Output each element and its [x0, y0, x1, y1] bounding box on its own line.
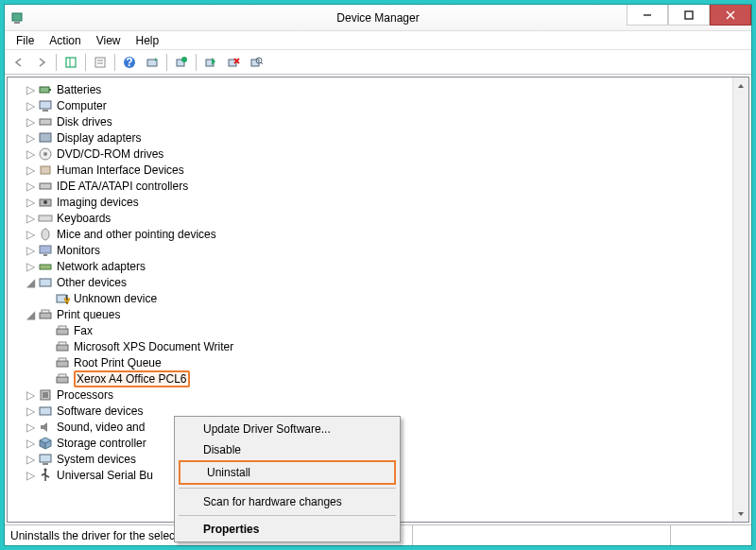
uninstall-button[interactable] [223, 52, 244, 73]
tree-node-root-print[interactable]: Root Print Queue [42, 354, 745, 370]
software-icon [38, 404, 53, 419]
expand-icon[interactable]: ▷ [25, 454, 36, 465]
scan-hardware-button[interactable] [246, 52, 266, 73]
forward-button[interactable] [31, 52, 52, 73]
other-icon [38, 275, 53, 290]
tree-node-disk-drives[interactable]: ▷Disk drives [25, 113, 745, 129]
tree-node-batteries[interactable]: ▷Batteries [25, 81, 745, 97]
tree-node-unknown[interactable]: !Unknown device [42, 290, 745, 306]
expand-icon[interactable]: ▷ [25, 84, 36, 95]
camera-icon [38, 195, 53, 210]
properties-button[interactable] [90, 52, 111, 73]
tree-node-print-queues[interactable]: ◢Print queues [25, 306, 745, 322]
cm-properties[interactable]: Properties [177, 519, 398, 540]
menu-help[interactable]: Help [129, 32, 167, 49]
close-button[interactable] [710, 5, 751, 26]
keyboard-icon [38, 211, 53, 226]
printer-icon [55, 323, 70, 338]
tree-node-mice[interactable]: ▷Mice and other pointing devices [25, 226, 745, 242]
menu-separator [179, 515, 396, 516]
tree-node-fax[interactable]: Fax [42, 322, 745, 338]
warning-icon: ! [55, 291, 70, 306]
svg-rect-46 [59, 326, 66, 329]
expand-icon[interactable]: ▷ [25, 180, 36, 192]
network-icon [38, 259, 53, 274]
svg-rect-40 [40, 279, 51, 286]
help-button[interactable]: ? [119, 52, 140, 73]
separator [166, 54, 167, 71]
usb-icon [38, 468, 53, 483]
expand-icon[interactable]: ▷ [25, 438, 36, 449]
show-hide-button[interactable] [60, 52, 81, 73]
svg-rect-47 [57, 345, 68, 351]
expand-icon[interactable]: ▷ [25, 100, 36, 112]
dvd-icon [38, 146, 53, 162]
scroll-down-icon[interactable] [733, 506, 748, 522]
tree-node-computer[interactable]: ▷Computer [25, 97, 745, 113]
expand-icon[interactable]: ▷ [25, 245, 36, 256]
tree-node-processors[interactable]: ▷Processors [25, 387, 745, 403]
menu-file[interactable]: File [9, 32, 42, 49]
expand-icon[interactable]: ▷ [25, 261, 36, 272]
battery-icon [38, 82, 53, 97]
expand-icon[interactable]: ▷ [25, 148, 36, 160]
expand-icon[interactable]: ▷ [25, 116, 36, 128]
cm-update-driver[interactable]: Update Driver Software... [177, 419, 398, 439]
svg-rect-48 [59, 342, 66, 345]
expand-icon[interactable]: ▷ [25, 389, 36, 401]
expand-icon[interactable]: ▷ [25, 421, 36, 433]
tree-node-hid[interactable]: ▷Human Interface Devices [25, 162, 745, 178]
tree-node-keyboards[interactable]: ▷Keyboards [25, 210, 745, 226]
update-driver-button[interactable] [171, 52, 192, 73]
maximize-button[interactable] [668, 5, 710, 26]
expand-icon[interactable]: ▷ [25, 405, 36, 417]
separator [196, 54, 197, 71]
vertical-scrollbar[interactable] [732, 77, 748, 522]
tree-node-xerox[interactable]: Xerox A4 Office PCL6 [42, 370, 745, 387]
cm-disable[interactable]: Disable [177, 439, 398, 460]
disk-icon [38, 114, 53, 129]
expand-icon[interactable]: ▷ [25, 132, 36, 144]
tree-node-monitors[interactable]: ▷Monitors [25, 242, 745, 258]
tree-node-xps[interactable]: Microsoft XPS Document Writer [42, 338, 745, 354]
svg-point-36 [42, 229, 49, 240]
scan-button[interactable] [142, 52, 163, 73]
tree-node-ide[interactable]: ▷IDE ATA/ATAPI controllers [25, 178, 745, 194]
svg-rect-8 [95, 58, 105, 67]
tree-node-display[interactable]: ▷Display adapters [25, 129, 745, 146]
svg-rect-51 [57, 377, 68, 383]
scroll-up-icon[interactable] [733, 77, 748, 94]
expand-icon[interactable]: ▷ [25, 213, 36, 224]
cm-uninstall[interactable]: Uninstall [179, 460, 396, 485]
svg-point-58 [44, 468, 47, 471]
printer-icon [55, 355, 70, 370]
collapse-icon[interactable]: ◢ [25, 309, 36, 320]
tree-node-dvd[interactable]: ▷DVD/CD-ROM drives [25, 146, 745, 162]
svg-rect-35 [39, 215, 52, 221]
svg-rect-50 [59, 358, 66, 361]
expand-icon[interactable]: ▷ [25, 164, 36, 176]
enable-button[interactable] [200, 52, 221, 73]
minimize-button[interactable] [627, 5, 668, 26]
menu-view[interactable]: View [89, 32, 129, 49]
expand-icon[interactable]: ▷ [25, 229, 36, 240]
hid-icon [38, 163, 53, 178]
cm-scan[interactable]: Scan for hardware changes [177, 491, 398, 512]
menubar: File Action View Help [5, 31, 751, 50]
monitor-icon [38, 243, 53, 258]
tree-node-imaging[interactable]: ▷Imaging devices [25, 194, 745, 210]
svg-rect-54 [43, 392, 48, 398]
back-button[interactable] [9, 52, 29, 73]
svg-rect-6 [66, 58, 76, 67]
tree-node-network[interactable]: ▷Network adapters [25, 258, 745, 274]
svg-rect-52 [59, 374, 66, 377]
svg-point-34 [43, 200, 47, 204]
svg-rect-38 [43, 254, 47, 256]
expand-icon[interactable]: ▷ [25, 197, 36, 208]
separator [85, 54, 86, 71]
collapse-icon[interactable]: ◢ [25, 277, 36, 288]
menu-action[interactable]: Action [42, 32, 88, 49]
expand-icon[interactable]: ▷ [25, 470, 36, 481]
mouse-icon [38, 227, 53, 242]
tree-node-other[interactable]: ◢Other devices [25, 274, 745, 290]
